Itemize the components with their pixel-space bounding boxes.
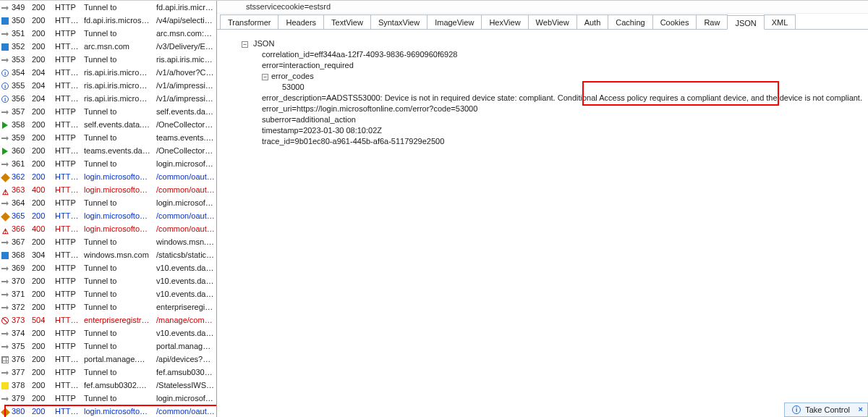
session-row[interactable]: 351200HTTPTunnel toarc.msn.com:443 xyxy=(0,27,216,40)
tab-raw[interactable]: Raw xyxy=(696,14,728,29)
session-url: portal.manage.microso xyxy=(155,340,216,353)
session-row[interactable]: 360200HTTPSteams.events.data..../OneColl… xyxy=(0,144,216,157)
tab-imageview[interactable]: ImageView xyxy=(427,14,482,29)
session-result: 400 xyxy=(30,222,54,235)
session-row[interactable]: 359200HTTPTunnel toteams.events.data.mic xyxy=(0,131,216,144)
session-row[interactable]: 355204HTTPSris.api.iris.microsoft.../v1/… xyxy=(0,79,216,92)
session-result: 200 xyxy=(30,405,54,417)
session-row[interactable]: 353200HTTPTunnel toris.api.iris.microsof… xyxy=(0,53,216,66)
session-result: 200 xyxy=(30,235,54,248)
json-tree-node[interactable]: error_uri=https://login.microsoftonline.… xyxy=(252,104,862,114)
tab-headers[interactable]: Headers xyxy=(278,14,324,29)
json-tree-node[interactable]: trace_id=9b01ec80-a961-445b-af6a-5117929… xyxy=(252,136,862,147)
session-result: 200 xyxy=(30,340,54,353)
session-row[interactable]: 350200HTTPSfd.api.iris.microsoft.../v4/a… xyxy=(0,14,216,27)
session-row[interactable]: 371200HTTPTunnel tov10.events.data.micro xyxy=(0,287,216,300)
session-host: Tunnel to xyxy=(82,157,155,170)
grid-icon xyxy=(1,356,9,363)
warn-icon xyxy=(1,187,9,194)
session-result: 200 xyxy=(30,287,54,300)
session-row[interactable]: 376200HTTPSportal.manage.micr.../api/dev… xyxy=(0,353,216,366)
tab-caching[interactable]: Caching xyxy=(608,14,652,29)
session-row[interactable]: 356204HTTPSris.api.iris.microsoft.../v1/… xyxy=(0,92,216,105)
tree-toggle[interactable]: − xyxy=(242,41,248,48)
session-row[interactable]: 354204HTTPSris.api.iris.microsoft.../v1/… xyxy=(0,66,216,79)
response-header-fragment: stsservicecookie=estsrd xyxy=(217,1,868,14)
session-protocol: HTTPS xyxy=(54,209,82,222)
session-id: 367 xyxy=(10,235,30,248)
session-row[interactable]: 379200HTTPTunnel tologin.microsoftonline… xyxy=(0,392,216,405)
session-id: 360 xyxy=(10,144,30,157)
session-id: 354 xyxy=(10,66,30,79)
session-result: 200 xyxy=(30,353,54,366)
session-row[interactable]: 366400HTTPSlogin.microsoftonlin.../commo… xyxy=(0,222,216,235)
session-url: /v1/a/impression?CID= xyxy=(155,79,216,92)
session-result: 200 xyxy=(30,300,54,313)
json-tree-node[interactable]: −error_codes53000 xyxy=(252,71,862,93)
session-row[interactable]: 367200HTTPTunnel towindows.msn.com:443 xyxy=(0,235,216,248)
take-control-banner[interactable]: Take Control × xyxy=(784,403,868,417)
close-icon[interactable]: × xyxy=(859,405,863,413)
session-row[interactable]: 373504HTTPSenterpriseregistrati.../manag… xyxy=(0,313,216,327)
session-url: /v1/a/impression?CID= xyxy=(155,92,216,105)
session-row[interactable]: 369200HTTPTunnel tov10.events.data.micro xyxy=(0,261,216,274)
session-result: 304 xyxy=(30,248,54,261)
session-id: 365 xyxy=(10,209,30,222)
session-row[interactable]: 362200HTTPSlogin.microsoftonlin.../commo… xyxy=(0,170,216,183)
session-host: Tunnel to xyxy=(82,274,155,287)
session-result: 200 xyxy=(30,327,54,340)
session-protocol: HTTPS xyxy=(54,183,82,196)
session-row[interactable]: 349200HTTPTunnel tofd.api.iris.microsoft… xyxy=(0,1,216,14)
session-protocol: HTTPS xyxy=(54,79,82,92)
session-host: Tunnel to xyxy=(82,300,155,313)
session-result: 200 xyxy=(30,131,54,144)
session-row[interactable]: 363400HTTPSlogin.microsoftonlin.../commo… xyxy=(0,183,216,196)
session-row[interactable]: 377200HTTPTunnel tofef.amsub0302.manag xyxy=(0,366,216,379)
session-row[interactable]: 361200HTTPTunnel tologin.microsoftonline… xyxy=(0,157,216,170)
tab-json[interactable]: JSON xyxy=(727,15,764,30)
tab-hexview[interactable]: HexView xyxy=(481,14,528,29)
session-id: 375 xyxy=(10,340,30,353)
session-row[interactable]: 378200HTTPSfef.amsub0302.ma.../Stateless… xyxy=(0,379,216,392)
json-tree-node[interactable]: timestamp=2023-01-30 08:10:02Z xyxy=(252,125,862,136)
tab-textview[interactable]: TextView xyxy=(323,14,371,29)
session-protocol: HTTP xyxy=(54,366,82,379)
tab-webview[interactable]: WebView xyxy=(528,14,577,29)
json-tree-node[interactable]: correlation_id=eff344aa-12f7-4093-9836-9… xyxy=(252,49,862,60)
session-url: fef.amsub0302.manag xyxy=(155,366,216,379)
response-tabstrip: TransformerHeadersTextViewSyntaxViewImag… xyxy=(217,14,868,30)
tab-transformer[interactable]: Transformer xyxy=(220,14,279,29)
session-result: 504 xyxy=(30,313,54,327)
session-row[interactable]: 374200HTTPTunnel tov10.events.data.micro xyxy=(0,327,216,340)
session-row[interactable]: 357200HTTPTunnel toself.events.data.micr… xyxy=(0,105,216,118)
session-row[interactable]: 365200HTTPSlogin.microsoftonlin.../commo… xyxy=(0,209,216,222)
session-row[interactable]: 352200HTTPSarc.msn.com/v3/Delivery/Event… xyxy=(0,40,216,53)
tree-toggle[interactable]: − xyxy=(262,74,268,80)
js-icon xyxy=(1,382,9,389)
session-host: fef.amsub0302.ma... xyxy=(82,379,155,392)
session-id: 352 xyxy=(10,40,30,53)
session-host: Tunnel to xyxy=(82,340,155,353)
session-row[interactable]: 370200HTTPTunnel tov10.events.data.micro xyxy=(0,274,216,287)
tab-xml[interactable]: XML xyxy=(764,14,796,29)
session-row[interactable]: 375200HTTPTunnel toportal.manage.microso xyxy=(0,340,216,353)
tab-auth[interactable]: Auth xyxy=(576,14,609,29)
session-host: enterpriseregistrati... xyxy=(82,313,155,327)
session-url: login.microsoftonline.c xyxy=(155,157,216,170)
json-tree-node[interactable]: error_description=AADSTS53000: Device is… xyxy=(252,93,862,104)
session-row[interactable]: 372200HTTPTunnel toenterpriseregistratio… xyxy=(0,300,216,313)
take-control-label: Take Control xyxy=(805,405,850,414)
session-row[interactable]: 368304HTTPSwindows.msn.com/staticsb/stat… xyxy=(0,248,216,261)
session-row[interactable]: 364200HTTPTunnel tologin.microsoftonline… xyxy=(0,196,216,209)
session-protocol: HTTPS xyxy=(54,92,82,105)
session-row[interactable]: 358200HTTPSself.events.data.mi.../OneCol… xyxy=(0,118,216,131)
json-tree-node[interactable]: suberror=additional_action xyxy=(252,114,862,125)
tab-cookies[interactable]: Cookies xyxy=(652,14,697,29)
tab-syntaxview[interactable]: SyntaxView xyxy=(370,14,427,29)
session-result: 200 xyxy=(30,274,54,287)
session-protocol: HTTP xyxy=(54,196,82,209)
session-row[interactable]: 380200HTTPSlogin.microsoftonlin.../commo… xyxy=(0,405,216,417)
json-tree-node[interactable]: error=interaction_required xyxy=(252,60,862,71)
json-tree-view[interactable]: − JSON correlation_id=eff344aa-12f7-4093… xyxy=(217,30,868,417)
json-tree-node[interactable]: 53000 xyxy=(272,82,862,93)
